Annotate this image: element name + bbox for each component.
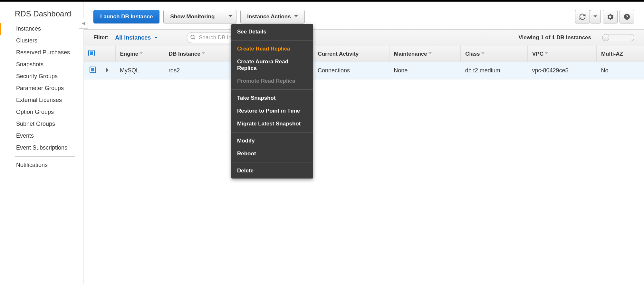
refresh-group — [575, 10, 601, 23]
refresh-caret[interactable] — [590, 10, 601, 23]
row-checkbox[interactable] — [90, 67, 96, 73]
menu-separator — [231, 162, 313, 162]
column-label: Maintenance — [394, 51, 427, 57]
sidebar-item-security-groups[interactable]: Security Groups — [0, 70, 83, 82]
column-label: Current Activity — [318, 51, 359, 57]
sidebar-item-events[interactable]: Events — [0, 130, 83, 142]
column-label: Multi-AZ — [601, 51, 623, 57]
menu-item-create-aurora-read-replica[interactable]: Create Aurora Read Replica — [231, 55, 313, 75]
sort-icon — [543, 51, 548, 57]
instances-table: Engine DB Instance Status CPU Current Ac… — [84, 46, 644, 79]
show-monitoring-button[interactable]: Show Monitoring — [163, 10, 221, 23]
column-header-activity[interactable]: Current Activity — [313, 46, 389, 62]
sort-icon — [427, 51, 432, 57]
column-header-db-instance[interactable]: DB Instance — [164, 46, 233, 62]
sidebar-item-external-licenses[interactable]: External Licenses — [0, 94, 83, 106]
menu-item-see-details[interactable]: See Details — [231, 25, 313, 38]
menu-separator — [231, 132, 313, 133]
filter-label: Filter: — [93, 34, 109, 41]
sidebar-item-clusters[interactable]: Clusters — [0, 35, 83, 47]
column-header-vpc[interactable]: VPC — [527, 46, 596, 62]
cell-activity: Connections — [313, 62, 389, 79]
show-monitoring-caret[interactable] — [221, 10, 236, 23]
column-label: VPC — [532, 51, 543, 57]
menu-separator — [231, 40, 313, 41]
filter-bar: Filter: All Instances Viewing 1 of 1 DB … — [84, 29, 644, 46]
search-icon — [190, 34, 196, 40]
launch-db-instance-button[interactable]: Launch DB Instance — [93, 10, 159, 23]
help-icon: ? — [623, 13, 630, 20]
show-monitoring-group: Show Monitoring — [163, 10, 236, 23]
sidebar-item-subnet-groups[interactable]: Subnet Groups — [0, 118, 83, 130]
refresh-icon — [579, 13, 586, 20]
column-label: DB Instance — [169, 51, 200, 57]
filter-select[interactable]: All Instances — [115, 34, 158, 41]
expand-row-icon[interactable] — [106, 68, 111, 72]
layout: RDS Dashboard InstancesClustersReserved … — [0, 2, 644, 284]
column-header-multi-az[interactable]: Multi-AZ — [596, 46, 644, 62]
cell-multi-az: No — [596, 62, 644, 79]
toolbar-right: ? — [575, 10, 634, 23]
cell-engine: MySQL — [115, 62, 164, 79]
column-header-engine[interactable]: Engine — [115, 46, 164, 62]
sidebar-item-instances[interactable]: Instances — [0, 23, 83, 35]
menu-separator — [231, 89, 313, 90]
sidebar-item-option-groups[interactable]: Option Groups — [0, 106, 83, 118]
column-header-class[interactable]: Class — [461, 46, 528, 62]
sort-icon — [138, 51, 143, 57]
cell-class: db.t2.medium — [461, 62, 528, 79]
sidebar-item-event-subscriptions[interactable]: Event Subscriptions — [0, 142, 83, 154]
chevron-down-icon — [291, 13, 298, 21]
sidebar-item-parameter-groups[interactable]: Parameter Groups — [0, 82, 83, 94]
sidebar: RDS Dashboard InstancesClustersReserved … — [0, 2, 84, 284]
main: Launch DB Instance Show Monitoring Insta… — [84, 2, 644, 284]
column-label: Engine — [120, 51, 139, 57]
refresh-button[interactable] — [575, 10, 590, 23]
menu-item-delete[interactable]: Delete — [231, 164, 313, 177]
chevron-down-icon — [593, 14, 597, 20]
checkbox-icon — [88, 50, 95, 56]
svg-text:?: ? — [626, 14, 628, 19]
cell-vpc: vpc-80429ce5 — [527, 62, 596, 79]
chevron-left-icon: ◀ — [82, 21, 85, 26]
sidebar-item-notifications[interactable]: Notifications — [0, 159, 83, 171]
cell-maintenance: None — [389, 62, 460, 79]
table-row[interactable]: MySQLrds2availableConnectionsNonedb.t2.m… — [84, 62, 644, 79]
sort-icon — [480, 51, 485, 57]
menu-item-promote-read-replica: Promote Read Replica — [231, 75, 313, 87]
menu-item-modify[interactable]: Modify — [231, 134, 313, 147]
sidebar-collapse-handle[interactable]: ◀ — [79, 18, 88, 29]
instance-actions-button[interactable]: Instance Actions — [240, 10, 304, 23]
pager-knob — [602, 34, 609, 41]
table-header-row: Engine DB Instance Status CPU Current Ac… — [84, 46, 644, 62]
gear-icon — [607, 13, 614, 20]
chevron-down-icon — [225, 13, 232, 21]
column-header-maintenance[interactable]: Maintenance — [389, 46, 460, 62]
viewing-count: Viewing 1 of 1 DB Instances — [519, 34, 591, 41]
instance-actions-menu: See DetailsCreate Read ReplicaCreate Aur… — [231, 24, 313, 179]
sort-icon — [200, 51, 205, 57]
menu-item-take-snapshot[interactable]: Take Snapshot — [231, 92, 313, 105]
cell-db-instance: rds2 — [164, 62, 233, 79]
svg-point-2 — [191, 35, 195, 39]
sidebar-item-reserved-purchases[interactable]: Reserved Purchases — [0, 47, 83, 59]
column-header-expand — [102, 46, 115, 62]
settings-button[interactable] — [603, 10, 618, 23]
instance-actions-label: Instance Actions — [247, 14, 291, 20]
help-button[interactable]: ? — [620, 10, 634, 23]
menu-item-restore-to-point-in-time[interactable]: Restore to Point in Time — [231, 105, 313, 117]
menu-item-reboot[interactable]: Reboot — [231, 147, 313, 160]
toolbar: Launch DB Instance Show Monitoring Insta… — [84, 10, 644, 29]
sidebar-item-snapshots[interactable]: Snapshots — [0, 59, 83, 70]
column-header-select[interactable] — [84, 46, 102, 62]
menu-item-create-read-replica[interactable]: Create Read Replica — [231, 42, 313, 55]
sidebar-separator — [15, 156, 75, 157]
pager[interactable] — [602, 34, 634, 41]
column-label: Class — [465, 51, 480, 57]
svg-line-3 — [194, 38, 195, 39]
menu-item-migrate-latest-snapshot[interactable]: Migrate Latest Snapshot — [231, 117, 313, 130]
sidebar-title[interactable]: RDS Dashboard — [0, 9, 83, 23]
